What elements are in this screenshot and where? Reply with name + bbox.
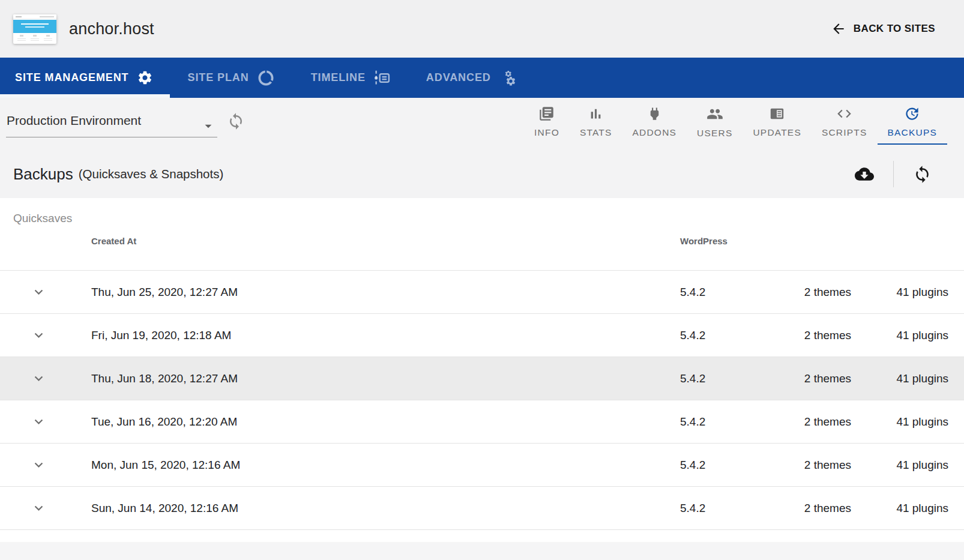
back-to-sites-button[interactable]: BACK TO SITES	[831, 21, 935, 37]
backup-plugins-count: 41 plugins	[851, 329, 948, 342]
code-icon	[836, 106, 852, 122]
expand-row-button[interactable]	[0, 370, 91, 387]
chevron-down-icon	[31, 370, 47, 387]
gears-icon	[499, 70, 517, 86]
people-icon	[706, 106, 723, 122]
tab-advanced[interactable]: ADVANCED	[408, 58, 535, 98]
refresh-backups-button[interactable]	[913, 165, 932, 184]
data-usage-icon	[257, 69, 275, 87]
cloud-download-icon[interactable]	[855, 164, 874, 184]
site-thumbnail	[13, 14, 56, 44]
timeline-icon	[373, 70, 390, 86]
subtab-users[interactable]: USERS	[687, 98, 743, 145]
subtab-info-label: INFO	[534, 127, 559, 138]
backup-wordpress-version: 5.4.2	[680, 502, 752, 515]
subtab-backups-label: BACKUPS	[888, 127, 937, 138]
backup-themes-count: 2 themes	[752, 329, 851, 342]
expand-row-button[interactable]	[0, 414, 91, 430]
backup-actions	[855, 161, 932, 187]
subtab-addons[interactable]: ADDONS	[622, 98, 687, 145]
dropdown-arrow-icon	[200, 118, 216, 134]
subtab-stats-label: STATS	[580, 127, 612, 138]
table-row[interactable]: Sun, Jun 14, 2020, 12:16 AM 5.4.2 2 them…	[0, 487, 964, 530]
actions-divider	[893, 161, 894, 187]
sync-icon	[913, 165, 932, 184]
restore-clock-icon	[904, 106, 920, 122]
expand-row-button[interactable]	[0, 327, 91, 343]
subtab-updates[interactable]: UPDATES	[743, 98, 811, 145]
subtab-stats[interactable]: STATS	[570, 98, 622, 145]
backup-wordpress-version: 5.4.2	[680, 415, 752, 429]
backup-wordpress-version: 5.4.2	[680, 329, 752, 342]
reader-icon	[769, 106, 785, 122]
tab-site-management[interactable]: SITE MANAGEMENT	[0, 58, 170, 98]
subtab-scripts[interactable]: SCRIPTS	[812, 98, 878, 145]
tab-site-plan[interactable]: SITE PLAN	[170, 58, 293, 98]
backup-plugins-count: 41 plugins	[851, 502, 948, 515]
chevron-down-icon	[31, 457, 47, 473]
environment-refresh-button[interactable]	[227, 112, 245, 130]
table-row[interactable]: Thu, Jun 25, 2020, 12:27 AM 5.4.2 2 them…	[0, 271, 964, 314]
subtab-scripts-label: SCRIPTS	[822, 127, 867, 138]
expand-row-button[interactable]	[0, 284, 91, 300]
backup-wordpress-version: 5.4.2	[680, 372, 752, 385]
backup-created-at: Tue, Jun 16, 2020, 12:20 AM	[91, 415, 680, 429]
page-heading-row: Backups (Quicksaves & Snapshots)	[0, 150, 964, 198]
backup-plugins-count: 41 plugins	[851, 459, 948, 472]
chevron-down-icon	[31, 500, 47, 516]
thumbnail-hero	[13, 20, 56, 33]
arrow-back-icon	[831, 21, 846, 37]
quicksaves-card: Quicksaves Created At WordPress Thu, Jun…	[0, 198, 964, 542]
table-row[interactable]: Tue, Jun 16, 2020, 12:20 AM 5.4.2 2 them…	[0, 400, 964, 444]
tab-timeline[interactable]: TIMELINE	[293, 58, 408, 98]
app-header: anchor.host BACK TO SITES	[0, 0, 964, 58]
table-row[interactable]: Mon, Jun 15, 2020, 12:16 AM 5.4.2 2 them…	[0, 444, 964, 487]
page-title: Backups	[13, 165, 73, 184]
subtab-backups[interactable]: BACKUPS	[878, 98, 947, 145]
environment-toolbar: Production Environment INFO STATS ADDONS	[0, 98, 964, 150]
subtab-info[interactable]: INFO	[524, 98, 570, 145]
subtab-addons-label: ADDONS	[633, 127, 677, 138]
sync-icon	[227, 112, 245, 130]
subtab-updates-label: UPDATES	[753, 127, 801, 138]
table-row[interactable]: Thu, Jun 18, 2020, 12:27 AM 5.4.2 2 them…	[0, 357, 964, 400]
backup-created-at: Thu, Jun 18, 2020, 12:27 AM	[91, 372, 680, 385]
table-row[interactable]: Fri, Jun 19, 2020, 12:18 AM 5.4.2 2 them…	[0, 314, 964, 357]
backup-themes-count: 2 themes	[752, 415, 851, 429]
backup-created-at: Mon, Jun 15, 2020, 12:16 AM	[91, 459, 680, 472]
tab-timeline-label: TIMELINE	[311, 71, 366, 84]
backup-themes-count: 2 themes	[752, 502, 851, 515]
gear-icon	[137, 70, 153, 86]
expand-row-button[interactable]	[0, 457, 91, 473]
backup-wordpress-version: 5.4.2	[680, 459, 752, 472]
backup-themes-count: 2 themes	[752, 459, 851, 472]
chevron-down-icon	[31, 284, 47, 300]
site-title: anchor.host	[69, 20, 154, 38]
quicksaves-table-header: Created At WordPress	[0, 211, 964, 271]
chevron-down-icon	[31, 414, 47, 430]
backup-plugins-count: 41 plugins	[851, 415, 948, 429]
quicksaves-table-body: Thu, Jun 25, 2020, 12:27 AM 5.4.2 2 them…	[0, 271, 964, 530]
library-books-icon	[538, 106, 555, 122]
backup-themes-count: 2 themes	[752, 372, 851, 385]
backup-created-at: Fri, Jun 19, 2020, 12:18 AM	[91, 329, 680, 342]
expand-row-button[interactable]	[0, 500, 91, 516]
tab-site-management-label: SITE MANAGEMENT	[15, 71, 129, 84]
bottom-strip	[0, 542, 964, 560]
section-sub-nav: INFO STATS ADDONS USERS	[524, 98, 947, 145]
backup-plugins-count: 41 plugins	[851, 372, 948, 385]
header-created-at: Created At	[91, 236, 680, 246]
tab-site-plan-label: SITE PLAN	[188, 71, 249, 84]
environment-select[interactable]: Production Environment	[6, 110, 217, 137]
main-nav: SITE MANAGEMENT SITE PLAN TIMELINE ADVAN…	[0, 58, 964, 98]
environment-selected-value: Production Environment	[7, 113, 141, 128]
page-subtitle: (Quicksaves & Snapshots)	[79, 167, 224, 181]
thumbnail-topbar	[13, 14, 56, 19]
backup-plugins-count: 41 plugins	[851, 286, 948, 299]
back-to-sites-label: BACK TO SITES	[854, 23, 935, 35]
backup-created-at: Thu, Jun 25, 2020, 12:27 AM	[91, 286, 680, 299]
plug-icon	[646, 106, 663, 122]
backup-themes-count: 2 themes	[752, 286, 851, 299]
backup-created-at: Sun, Jun 14, 2020, 12:16 AM	[91, 502, 680, 515]
backup-wordpress-version: 5.4.2	[680, 286, 752, 299]
